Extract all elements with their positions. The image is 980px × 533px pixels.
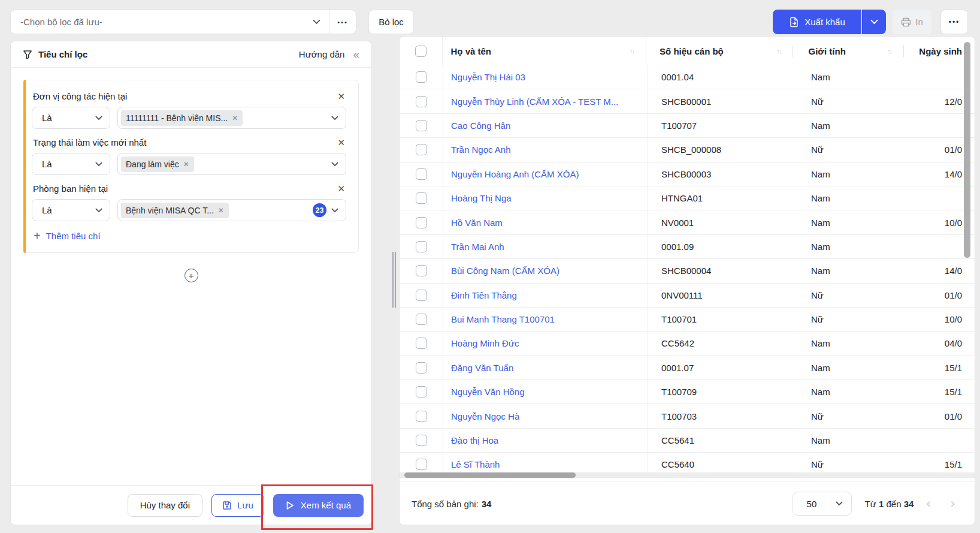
row-checkbox[interactable] bbox=[416, 435, 427, 446]
row-checkbox[interactable] bbox=[416, 362, 427, 374]
employee-code: 0001.07 bbox=[661, 363, 694, 373]
add-criteria-link[interactable]: + Thêm tiêu chí bbox=[34, 230, 346, 242]
employee-name-link[interactable]: Trần Mai Anh bbox=[451, 242, 504, 252]
saved-filter-select[interactable]: -Chọn bộ lọc đã lưu- bbox=[11, 10, 329, 34]
remove-filter-icon[interactable]: ✕ bbox=[337, 138, 345, 147]
employee-name-link[interactable]: Bui Manh Thang T100701 bbox=[451, 314, 555, 324]
clear-filter-button[interactable]: Bỏ lọc bbox=[368, 10, 414, 34]
vertical-scrollbar-thumb[interactable] bbox=[964, 42, 970, 258]
filter-group-label: Phòng ban hiện tại bbox=[33, 183, 108, 194]
view-results-button[interactable]: Xem kết quả bbox=[273, 494, 364, 517]
saved-filter-more-button[interactable]: ••• bbox=[329, 10, 356, 34]
row-checkbox[interactable] bbox=[416, 168, 427, 180]
row-checkbox[interactable] bbox=[416, 71, 427, 83]
table-row: Nguyễn Thùy Linh (CẤM XÓA - TEST M... SH… bbox=[400, 89, 975, 113]
sort-icon[interactable]: ↑↓ bbox=[776, 47, 781, 55]
employee-code: HTNGA01 bbox=[661, 193, 703, 203]
toolbar-more-button[interactable]: ••• bbox=[940, 10, 968, 34]
add-group-button[interactable]: + bbox=[184, 269, 198, 282]
row-checkbox[interactable] bbox=[416, 120, 427, 131]
filter-panel-header: Tiêu chí lọc Hướng dẫn « bbox=[11, 41, 371, 68]
column-header-gender[interactable]: Giới tính ↑↓ bbox=[793, 37, 904, 65]
operator-select[interactable]: Là bbox=[32, 199, 110, 221]
value-multiselect[interactable]: 11111111 - Bệnh viện MIS... ✕ bbox=[117, 107, 346, 129]
employee-name-link[interactable]: Nguyễn Thùy Linh (CẤM XÓA - TEST M... bbox=[451, 97, 618, 107]
row-checkbox[interactable] bbox=[416, 386, 427, 398]
horizontal-scrollbar-thumb[interactable] bbox=[404, 472, 576, 478]
remove-filter-icon[interactable]: ✕ bbox=[337, 184, 345, 193]
column-header-code[interactable]: Số hiệu cán bộ ↑↓ bbox=[646, 37, 793, 65]
collapse-panel-icon[interactable]: « bbox=[353, 49, 359, 60]
employee-code: SHCB_000008 bbox=[661, 144, 721, 155]
row-checkbox[interactable] bbox=[416, 217, 427, 228]
save-filter-button[interactable]: Lưu bbox=[211, 494, 264, 517]
sort-icon[interactable]: ↑↓ bbox=[887, 47, 891, 55]
export-split-button: Xuất khẩu bbox=[773, 10, 886, 34]
page-size-select[interactable]: 50 bbox=[793, 492, 852, 516]
row-checkbox[interactable] bbox=[416, 192, 427, 204]
employee-name-link[interactable]: Bùi Công Nam (CẤM XÓA) bbox=[451, 266, 559, 276]
column-header-name[interactable]: Họ và tên ↑↓ bbox=[443, 37, 646, 65]
value-multiselect[interactable]: Đang làm việc ✕ bbox=[117, 153, 346, 175]
row-checkbox[interactable] bbox=[416, 265, 427, 276]
next-page-button[interactable]: › bbox=[950, 497, 955, 510]
employee-name-link[interactable]: Nguyễn Ngọc Hà bbox=[451, 411, 519, 421]
row-checkbox[interactable] bbox=[416, 338, 427, 349]
value-multiselect[interactable]: Bệnh viện MISA QC T... ✕ 23 bbox=[117, 199, 346, 221]
employee-name-link[interactable]: Nguyễn Thị Hải 03 bbox=[451, 72, 525, 82]
table-header-row: Họ và tên ↑↓ Số hiệu cán bộ ↑↓ Giới tính… bbox=[400, 37, 975, 65]
sort-icon[interactable]: ↑↓ bbox=[630, 47, 634, 55]
row-checkbox[interactable] bbox=[416, 290, 427, 301]
employee-name-link[interactable]: Lê Sĩ Thành bbox=[451, 459, 500, 469]
employee-dob: 10/0 bbox=[945, 314, 962, 324]
employee-name-link[interactable]: Trần Ngọc Anh bbox=[451, 144, 511, 155]
employee-name-link[interactable]: Nguyễn Văn Hồng bbox=[451, 387, 525, 397]
employee-name-link[interactable]: Hoàng Thị Nga bbox=[451, 193, 512, 203]
row-checkbox[interactable] bbox=[416, 144, 427, 155]
table-row: Nguyễn Văn Hồng T100709 Nam 15/1 bbox=[400, 380, 975, 404]
table-row: Nguyễn Thị Hải 03 0001.04 Nam bbox=[400, 65, 975, 89]
chevron-down-icon bbox=[95, 162, 102, 167]
filter-group-label: Trạng thái làm việc mới nhất bbox=[33, 137, 146, 147]
select-all-checkbox[interactable] bbox=[415, 46, 427, 57]
table-body: Nguyễn Thị Hải 03 0001.04 Nam Nguyễn Thù… bbox=[400, 65, 975, 481]
print-button[interactable]: In bbox=[893, 10, 931, 34]
row-checkbox[interactable] bbox=[416, 411, 427, 422]
employee-name-link[interactable]: Nguyễn Hoàng Anh (CẤM XÓA) bbox=[451, 169, 579, 179]
filter-group-trang-thai: Trạng thái làm việc mới nhất ✕ Là Đang l… bbox=[32, 137, 346, 175]
employee-gender: Nam bbox=[811, 435, 830, 445]
employee-dob: 15/1 bbox=[945, 363, 962, 373]
employee-code: CC5640 bbox=[661, 459, 694, 469]
save-icon bbox=[222, 501, 232, 510]
cancel-changes-button[interactable]: Hủy thay đổi bbox=[128, 494, 202, 517]
employee-name-link[interactable]: Đinh Tiên Thắng bbox=[451, 290, 517, 300]
previous-page-button[interactable]: ‹ bbox=[925, 497, 931, 510]
employee-dob: 04/0 bbox=[945, 338, 962, 348]
filter-panel-title: Tiêu chí lọc bbox=[38, 49, 87, 59]
row-checkbox[interactable] bbox=[416, 314, 427, 325]
print-label: In bbox=[915, 17, 923, 27]
operator-select[interactable]: Là bbox=[32, 107, 110, 129]
table-row: Đinh Tiên Thắng 0NV00111 Nữ 01/0 bbox=[400, 284, 975, 308]
remove-filter-icon[interactable]: ✕ bbox=[337, 92, 345, 101]
export-dropdown-button[interactable] bbox=[862, 10, 886, 34]
employee-name-link[interactable]: Hồ Văn Nam bbox=[451, 218, 503, 228]
employee-name-link[interactable]: Cao Công Hân bbox=[451, 121, 510, 131]
employee-name-link[interactable]: Hoàng Minh Đức bbox=[451, 338, 519, 348]
remove-tag-icon[interactable]: ✕ bbox=[183, 160, 189, 168]
row-checkbox[interactable] bbox=[416, 96, 427, 107]
operator-select[interactable]: Là bbox=[32, 153, 110, 175]
employee-dob: 12/0 bbox=[945, 97, 962, 107]
employee-code: 0001.04 bbox=[661, 72, 694, 82]
row-checkbox[interactable] bbox=[416, 459, 427, 470]
employee-name-link[interactable]: Đặng Văn Tuấn bbox=[451, 363, 513, 373]
table-row: Hồ Văn Nam NV0001 Nam 10/0 bbox=[400, 210, 975, 234]
export-button[interactable]: Xuất khẩu bbox=[773, 10, 861, 34]
row-checkbox[interactable] bbox=[416, 241, 427, 252]
employee-name-link[interactable]: Đào thị Hoa bbox=[451, 435, 498, 445]
panel-resize-handle[interactable] bbox=[392, 252, 397, 308]
remove-tag-icon[interactable]: ✕ bbox=[232, 114, 238, 122]
guide-link[interactable]: Hướng dẫn bbox=[299, 49, 345, 59]
selected-tag-label: Đang làm việc bbox=[126, 159, 179, 169]
remove-tag-icon[interactable]: ✕ bbox=[218, 206, 224, 215]
